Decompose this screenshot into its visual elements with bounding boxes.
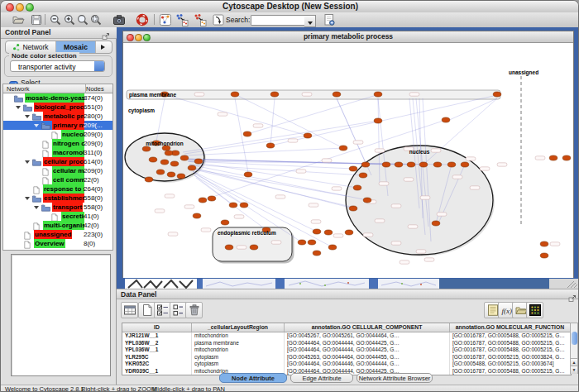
network-node[interactable]	[339, 146, 347, 151]
node-color-dropdown[interactable]: transporter activity	[10, 60, 105, 72]
scroll-down-icon[interactable]: ▼	[571, 366, 577, 374]
expand-arrow-icon[interactable]	[25, 160, 30, 166]
layout-copy-blue-icon[interactable]	[175, 13, 189, 26]
network-icon[interactable]	[158, 13, 173, 26]
network-node[interactable]	[231, 92, 239, 97]
tab-network[interactable]: Network	[6, 41, 56, 53]
network-node[interactable]	[363, 198, 371, 203]
tree-row-cellular-process[interactable]: cellular process614(0)	[3, 157, 112, 166]
network-tree-header[interactable]: Network Nodes	[2, 84, 113, 93]
delete-attribute-icon[interactable]	[185, 302, 203, 318]
network-node[interactable]	[382, 162, 390, 167]
tree-row-primary-metabo[interactable]: primary metabo209(...	[3, 121, 112, 130]
expand-arrow-icon[interactable]	[25, 115, 30, 121]
network-canvas[interactable]: plasma membranecytoplasmmitochondrionnuc…	[123, 43, 573, 278]
search-input[interactable]	[251, 15, 307, 26]
select-attributes-icon[interactable]	[154, 302, 171, 318]
network-node[interactable]	[493, 92, 501, 97]
vizmapper-icon[interactable]	[211, 13, 226, 26]
network-node[interactable]	[240, 203, 248, 208]
tree-row-establishment-of-lo[interactable]: establishment of lo558(0)	[3, 194, 112, 203]
expand-arrow-icon[interactable]	[34, 124, 39, 130]
network-node[interactable]	[361, 162, 370, 167]
layout-copy-red-icon[interactable]	[193, 13, 208, 26]
expand-arrow-icon[interactable]	[16, 106, 21, 112]
float-panel-icon[interactable]	[568, 291, 577, 299]
new-attribute-icon[interactable]	[138, 302, 156, 318]
network-node[interactable]	[395, 162, 403, 167]
network-node[interactable]	[270, 92, 279, 97]
network-node[interactable]	[180, 155, 189, 160]
network-node[interactable]	[345, 230, 353, 235]
network-node[interactable]	[167, 172, 175, 177]
birds-eye-view[interactable]	[11, 254, 111, 376]
tree-row-biological-process[interactable]: biological_process651(0)	[3, 103, 112, 112]
table-row[interactable]: YPL036W__2plasma membrane[GO:0044464, GO…	[122, 340, 571, 347]
help-icon[interactable]	[135, 13, 150, 26]
network-node[interactable]	[160, 160, 169, 165]
network-node[interactable]	[149, 157, 157, 162]
table-row[interactable]: YPL036W__1mitochondrion[GO:0044464, GO:0…	[122, 347, 571, 354]
tree-row-secretion[interactable]: secretion41(0)	[3, 212, 112, 221]
tree-row-mosaic-demo-yeast[interactable]: mosaic-demo-yeast874(0)	[3, 93, 112, 103]
network-node[interactable]	[324, 230, 333, 235]
network-node[interactable]	[142, 146, 151, 151]
session-note-icon[interactable]	[322, 13, 337, 26]
tree-row-nucleobase-[interactable]: nucleobase-209(0)	[3, 130, 112, 139]
tab-node-attribute-browser[interactable]: Node Attribute Browser	[219, 373, 287, 383]
network-node[interactable]	[447, 162, 456, 167]
network-node[interactable]	[349, 206, 357, 211]
network-node[interactable]	[407, 162, 415, 167]
attribute-matrix-icon[interactable]	[526, 302, 543, 318]
tree-row-cellular-metabo[interactable]: cellular metabo209(0)	[3, 166, 112, 175]
network-node[interactable]	[549, 155, 557, 160]
network-node[interactable]	[243, 131, 251, 136]
zoom-selected-icon[interactable]	[89, 13, 103, 26]
network-node[interactable]	[359, 173, 367, 178]
scrollbar-thumb[interactable]	[572, 332, 577, 345]
tree-row-macromolecule[interactable]: macromolecule311(0)	[3, 148, 112, 157]
network-node[interactable]	[208, 196, 216, 201]
network-node[interactable]	[225, 245, 233, 250]
expand-arrow-icon[interactable]	[34, 206, 39, 212]
network-node[interactable]	[308, 240, 316, 245]
save-icon[interactable]	[29, 13, 44, 26]
network-node[interactable]	[442, 117, 450, 122]
network-node[interactable]	[194, 159, 203, 164]
table-scrollbar[interactable]: ▲ ▼	[570, 323, 578, 374]
attribute-grid-icon[interactable]	[121, 302, 138, 318]
network-node[interactable]	[349, 166, 357, 171]
tab-edge-attribute-browser[interactable]: Edge Attribute Browser	[290, 373, 353, 383]
open-icon[interactable]	[11, 13, 26, 26]
network-node[interactable]	[304, 133, 312, 138]
expand-arrow-icon[interactable]	[25, 197, 30, 203]
network-node[interactable]	[374, 92, 382, 97]
network-node[interactable]	[170, 161, 179, 166]
snapshot-icon[interactable]	[112, 13, 127, 26]
network-node[interactable]	[221, 220, 229, 225]
tree-column-nodes[interactable]: Nodes	[83, 84, 104, 93]
network-node[interactable]	[374, 118, 382, 123]
network-node[interactable]	[156, 170, 165, 174]
network-node[interactable]	[250, 245, 258, 250]
network-node[interactable]	[328, 245, 337, 250]
network-node[interactable]	[193, 213, 201, 218]
tree-row-transport[interactable]: transport558(0)	[3, 203, 112, 212]
network-node[interactable]	[177, 174, 185, 179]
tree-row-unassigned[interactable]: unassigned223(0)	[3, 230, 112, 239]
tree-row-nitrogen-compo[interactable]: nitrogen compo209(0)	[3, 139, 112, 148]
tree-column-network[interactable]: Network	[3, 84, 86, 93]
table-column-header[interactable]: _cellularLayoutRegion	[192, 323, 285, 332]
tree-row-response-to-stimulu[interactable]: response to stimulu264(0)	[3, 184, 112, 194]
tab-network-attribute-browser[interactable]: Network Attribute Browser	[356, 373, 433, 383]
app-titlebar[interactable]: Cytoscape Desktop (New Session)	[1, 1, 579, 13]
network-node[interactable]	[229, 203, 237, 208]
table-column-header[interactable]: ID	[122, 323, 192, 332]
network-node[interactable]	[266, 143, 275, 148]
network-node[interactable]	[313, 229, 321, 234]
table-row[interactable]: YLR295Ccytoplasm[GO:0045263, GO:0044464,…	[122, 354, 571, 361]
network-node[interactable]	[298, 240, 306, 245]
tab-overflow-arrow-icon[interactable]	[96, 41, 112, 53]
network-window-titlebar[interactable]: primary metabolic process	[123, 31, 573, 43]
network-node[interactable]	[540, 253, 548, 258]
